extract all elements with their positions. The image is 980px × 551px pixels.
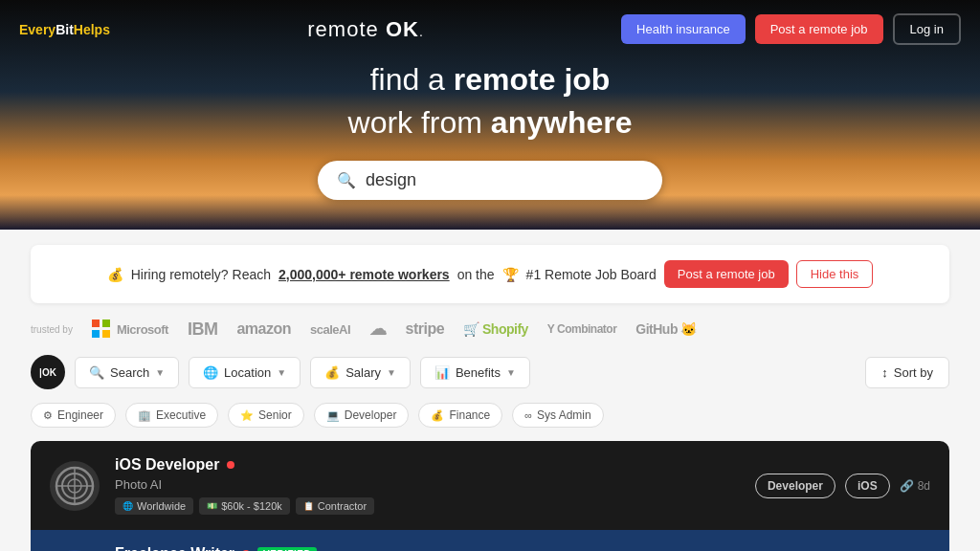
job-info-ios-developer: iOS Developer Photo AI 🌐Worldwide 💵$60k … (115, 456, 740, 515)
logo-bit: Bit (56, 22, 74, 37)
search-input[interactable] (366, 170, 643, 190)
banner-board: #1 Remote Job Board (526, 267, 657, 282)
job-logo-photoai (50, 461, 100, 511)
location-filter-chevron-icon: ▼ (277, 367, 286, 378)
quick-filters: ⚙ Engineer 🏢 Executive ⭐ Senior 💻 Develo… (31, 403, 949, 428)
benefits-filter-icon: 📊 (434, 365, 450, 380)
link-icon: 🔗 (900, 479, 914, 493)
banner-emoji: 💰 (107, 267, 123, 282)
verified-badge: VERIFIED (257, 547, 317, 552)
job-info-freelance-writer: Freelance Writer VERIFIED IAPWE 🌐 🏆 🌐Wor… (115, 545, 597, 551)
benefits-filter-label: Benefits (456, 365, 501, 380)
job-badge-ios: iOS (845, 474, 890, 498)
quick-filter-developer[interactable]: 💻 Developer (314, 403, 410, 428)
search-icon: 🔍 (337, 171, 356, 189)
job-tags: 🌐Worldwide 💵$60k - $120k 📋Contractor (115, 497, 740, 515)
location-filter-icon: 🌐 (203, 365, 218, 380)
health-insurance-button[interactable]: Health insurance (621, 14, 746, 44)
benefits-filter-chevron-icon: ▼ (506, 367, 516, 378)
banner-reach-link[interactable]: 2,000,000+ remote workers (278, 267, 450, 282)
sysadmin-icon: ∞ (524, 409, 532, 421)
sort-by-button[interactable]: ↕ Sort by (865, 357, 949, 388)
scaleai-logo: scaleAI (310, 322, 350, 337)
job-title-row-writer: Freelance Writer VERIFIED (115, 545, 597, 551)
quick-filter-senior[interactable]: ⭐ Senior (228, 403, 304, 428)
location-filter-button[interactable]: 🌐 Location ▼ (189, 357, 301, 388)
quick-filter-finance[interactable]: 💰 Finance (418, 403, 502, 428)
salary-filter-label: Salary (345, 365, 381, 380)
search-filter-chevron-icon: ▼ (155, 367, 165, 378)
job-badge-developer: Developer (755, 474, 835, 498)
github-logo: GitHub 🐱 (635, 321, 697, 337)
hero-section: EveryBitHelps remote OK. Health insuranc… (0, 0, 980, 230)
salary-filter-chevron-icon: ▼ (387, 367, 396, 378)
job-title-writer: Freelance Writer (115, 545, 234, 551)
location-filter-label: Location (224, 365, 271, 380)
job-card-freelance-writer[interactable]: Freelance Writer VERIFIED IAPWE 🌐 🏆 🌐Wor… (31, 530, 949, 551)
microsoft-logo: Microsoft (92, 320, 168, 339)
hero-title: find a remote job work from anywhere (348, 58, 633, 144)
ibm-logo: IBM (188, 320, 218, 340)
post-remote-job-button[interactable]: Post a remote job (755, 14, 883, 44)
job-title: iOS Developer (115, 456, 219, 474)
quick-filter-engineer[interactable]: ⚙ Engineer (31, 403, 116, 428)
logo-helps: Helps (74, 22, 110, 37)
cloudflare-logo: ☁ (369, 319, 387, 340)
finance-icon: 💰 (431, 409, 444, 422)
remoteok-logo: remote OK. (307, 17, 424, 42)
sort-label: Sort by (894, 365, 933, 380)
banner-hide-button[interactable]: Hide this (796, 260, 874, 288)
salary-filter-button[interactable]: 💰 Salary ▼ (310, 357, 411, 388)
sort-icon: ↕ (881, 365, 888, 380)
engineer-icon: ⚙ (43, 409, 53, 422)
live-indicator (227, 461, 234, 469)
trusted-by-section: trusted by Microsoft IBM amazon scaleAI … (31, 319, 949, 340)
stripe-logo: stripe (406, 320, 445, 338)
hiring-banner: 💰 Hiring remotely? Reach 2,000,000+ remo… (31, 245, 949, 303)
executive-icon: 🏢 (138, 409, 151, 422)
banner-post-job-button[interactable]: Post a remote job (664, 260, 789, 288)
ycombinator-logo: Y Combinator (547, 322, 616, 336)
logo-every: Every (19, 22, 56, 37)
trusted-logos: Microsoft IBM amazon scaleAI ☁ stripe 🛒 … (92, 319, 697, 340)
job-title-row: iOS Developer (115, 456, 740, 474)
benefits-filter-button[interactable]: 📊 Benefits ▼ (420, 357, 530, 388)
job-tag-worldwide: 🌐Worldwide (115, 497, 193, 515)
login-button[interactable]: Log in (893, 13, 961, 45)
amazon-logo: amazon (236, 320, 291, 338)
search-filter-icon: 🔍 (89, 365, 104, 380)
job-company: Photo AI (115, 477, 740, 492)
senior-icon: ⭐ (240, 409, 254, 422)
developer-icon: 💻 (326, 409, 340, 422)
job-tag-salary: 💵$60k - $120k (199, 497, 290, 515)
site-header: EveryBitHelps remote OK. Health insuranc… (0, 0, 980, 58)
job-right: Developer iOS 🔗8d (755, 474, 930, 498)
banner-text-after: on the (457, 267, 495, 282)
filter-bar: |OK 🔍 Search ▼ 🌐 Location ▼ 💰 Salary ▼ 📊… (31, 355, 949, 389)
banner-text-before: Hiring remotely? Reach (131, 267, 271, 282)
trusted-label: trusted by (31, 324, 73, 335)
remoteok-filter-logo: |OK (31, 355, 65, 389)
job-time: 🔗8d (900, 479, 930, 493)
hero-search-bar[interactable]: 🔍 (318, 161, 662, 200)
search-filter-button[interactable]: 🔍 Search ▼ (75, 357, 179, 388)
jobs-list: iOS Developer Photo AI 🌐Worldwide 💵$60k … (31, 441, 949, 551)
banner-trophy: 🏆 (502, 267, 519, 282)
quick-filter-executive[interactable]: 🏢 Executive (125, 403, 218, 428)
salary-filter-icon: 💰 (324, 365, 340, 380)
everybithelps-logo: EveryBitHelps (19, 22, 110, 37)
job-tag-contractor: 📋Contractor (296, 497, 374, 515)
header-buttons: Health insurance Post a remote job Log i… (621, 13, 961, 45)
quick-filter-sysadmin[interactable]: ∞ Sys Admin (512, 403, 604, 428)
shopify-logo: 🛒 Shopify (463, 321, 528, 337)
job-card-ios-developer[interactable]: iOS Developer Photo AI 🌐Worldwide 💵$60k … (31, 441, 949, 530)
search-filter-label: Search (110, 365, 149, 380)
